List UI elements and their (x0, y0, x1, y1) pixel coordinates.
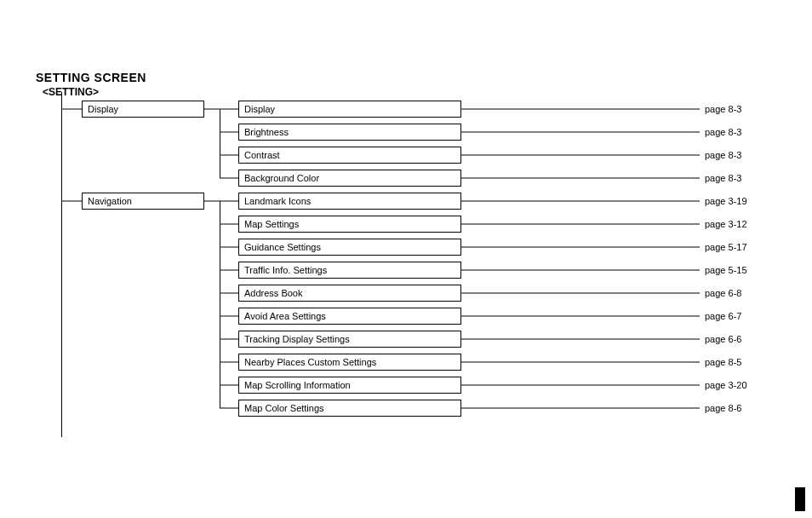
node-background-color: Background Color (238, 170, 461, 187)
node-map-settings: Map Settings (238, 216, 461, 233)
node-nearby-places-custom-settings: Nearby Places Custom Settings (238, 354, 461, 371)
page-ref-map-color-settings: page 8-6 (705, 403, 741, 413)
node-display-display: Display (238, 101, 461, 118)
page-ref-tracking-display-settings: page 6-6 (705, 334, 741, 344)
page-ref-landmark-icons: page 3-19 (705, 196, 747, 206)
page-edge-tab (795, 487, 805, 511)
node-contrast: Contrast (238, 147, 461, 164)
page-ref-traffic-info-settings: page 5-15 (705, 265, 747, 275)
page-ref-brightness: page 8-3 (705, 127, 741, 137)
page-ref-avoid-area-settings: page 6-7 (705, 311, 741, 321)
page-ref-contrast: page 8-3 (705, 150, 741, 160)
node-tracking-display-settings: Tracking Display Settings (238, 331, 461, 348)
page-ref-background-color: page 8-3 (705, 173, 741, 183)
node-guidance-settings: Guidance Settings (238, 239, 461, 256)
node-landmark-icons: Landmark Icons (238, 193, 461, 210)
page-title: SETTING SCREEN (36, 71, 146, 84)
page-ref-address-book: page 6-8 (705, 288, 741, 298)
node-brightness: Brightness (238, 124, 461, 141)
page-ref-display: page 8-3 (705, 104, 741, 114)
page-ref-nearby-places-custom-settings: page 8-5 (705, 357, 741, 367)
node-traffic-info-settings: Traffic Info. Settings (238, 262, 461, 279)
page-ref-map-scrolling-information: page 3-20 (705, 380, 747, 390)
page-ref-map-settings: page 3-12 (705, 219, 747, 229)
node-navigation: Navigation (82, 193, 204, 210)
page-ref-guidance-settings: page 5-17 (705, 242, 747, 252)
node-display: Display (82, 101, 204, 118)
node-avoid-area-settings: Avoid Area Settings (238, 308, 461, 325)
node-address-book: Address Book (238, 285, 461, 302)
node-map-color-settings: Map Color Settings (238, 400, 461, 417)
settings-tree: Display Navigation Display Brightness Co… (61, 92, 776, 441)
node-map-scrolling-information: Map Scrolling Information (238, 377, 461, 394)
